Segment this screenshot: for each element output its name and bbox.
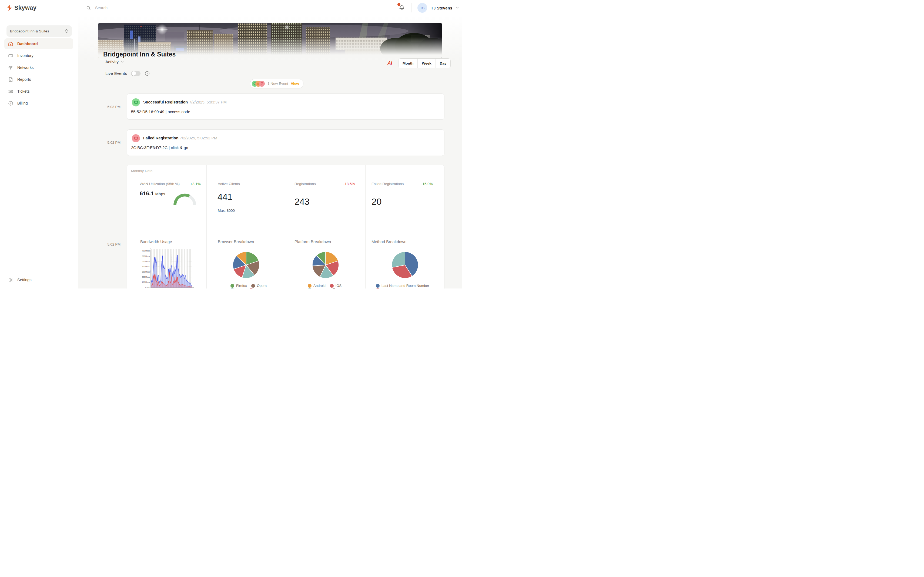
method-legend-row2: Click and Go: [376, 288, 402, 288]
legend-item: Opera: [251, 284, 267, 288]
legend-item: IOS: [330, 284, 342, 288]
event-card-failure[interactable]: Failed Registration7/2/2025, 5:02:52 PM …: [127, 129, 444, 156]
tab-month[interactable]: Month: [398, 59, 418, 68]
platform-legend-row2: Windows Linux: [308, 288, 346, 288]
column-divider: [286, 165, 286, 288]
svg-text:600 Mbps: 600 Mbps: [142, 255, 150, 258]
column-divider: [206, 165, 207, 288]
event-card-success[interactable]: Successful Registration7/2/2025, 5:03:37…: [127, 93, 444, 120]
sidebar-item-settings[interactable]: Settings: [0, 274, 78, 285]
app-logo: Skyway: [6, 4, 37, 11]
live-events-toggle[interactable]: [131, 71, 140, 76]
page-title: Bridgepoint Inn & Suites: [103, 51, 176, 58]
svg-text:100 Mbps: 100 Mbps: [142, 281, 150, 284]
chart-title: Bandwidth Usage: [140, 239, 172, 244]
sidebar-item-tickets[interactable]: Tickets: [4, 86, 73, 97]
tab-day[interactable]: Day: [435, 59, 451, 68]
svg-text:200 Mbps: 200 Mbps: [142, 276, 150, 278]
timeline-time: 5:03 PM: [104, 105, 121, 109]
svg-text:5: 5: [150, 288, 151, 288]
stat-value: 616.1Mbps: [140, 190, 165, 197]
settings-label: Settings: [17, 278, 31, 282]
legend-dot: [330, 284, 334, 288]
live-events-row: Live Events ?: [105, 71, 150, 76]
stat-value: 20: [371, 197, 382, 207]
hero-banner: Bridgepoint Inn & Suites: [98, 23, 442, 58]
svg-text:7: 7: [154, 288, 155, 288]
monitor-icon: [132, 134, 140, 142]
timeline-line: [114, 111, 114, 139]
search-input[interactable]: [95, 5, 182, 10]
legend-dot: [376, 288, 380, 289]
live-events-label: Live Events: [105, 71, 127, 76]
sidebar-item-billing[interactable]: $ Billing: [4, 98, 73, 109]
browser-breakdown-pie: [232, 251, 260, 279]
legend-dot: [231, 288, 234, 289]
event-type-icons: [252, 81, 265, 87]
sidebar-item-label: Inventory: [17, 53, 34, 58]
legend-dot: [376, 284, 380, 288]
notification-badge-dot: [397, 3, 400, 6]
sidebar-item-inventory[interactable]: Inventory: [4, 50, 73, 61]
sidebar-item-label: Networks: [17, 65, 34, 70]
app-name: Skyway: [15, 4, 37, 11]
property-selector[interactable]: Bridgepoint Inn & Suites: [6, 26, 72, 37]
stat-value: 243: [295, 197, 310, 207]
sidebar-item-networks[interactable]: Networks: [4, 62, 73, 73]
chart-title: Method Breakdown: [371, 239, 406, 244]
legend-dot: [308, 284, 311, 288]
legend-item: Android: [308, 284, 326, 288]
view-link[interactable]: View: [291, 82, 299, 85]
legend-dot: [332, 288, 336, 289]
svg-text:23: 23: [184, 288, 185, 288]
range-toggle: Month Week Day: [398, 58, 451, 68]
stat-label: WAN Utilization (95th %): [140, 182, 180, 186]
home-icon: [8, 41, 13, 47]
notifications-button[interactable]: [398, 4, 405, 11]
monthly-data-card: Monthly Data WAN Utilization (95th %) +3…: [127, 165, 444, 288]
event-title: Successful Registration: [143, 100, 188, 104]
ai-icon[interactable]: Ai: [387, 61, 392, 66]
legend-item: Last Name and Room Number: [376, 284, 429, 288]
help-icon[interactable]: ?: [145, 71, 150, 76]
gear-icon: [8, 277, 13, 283]
svg-text:300 Mbps: 300 Mbps: [142, 271, 150, 273]
chart-title: Browser Breakdown: [218, 239, 254, 244]
svg-text:9: 9: [158, 288, 159, 288]
sidebar-item-reports[interactable]: Reports: [4, 74, 73, 85]
svg-text:13: 13: [165, 288, 167, 288]
app-root: Skyway Bridgepoint Inn & Suites Dashboar…: [0, 0, 462, 288]
chevron-down-icon: [121, 60, 124, 63]
platform-breakdown-pie: [311, 251, 340, 279]
event-detail: 2C:BC:3F:E3:D7:2C | click & go: [131, 145, 188, 150]
tab-week[interactable]: Week: [418, 59, 435, 68]
method-breakdown-pie: [391, 251, 419, 279]
activity-dropdown[interactable]: Activity: [105, 60, 124, 64]
legend-dot: [308, 288, 311, 289]
svg-text:17: 17: [173, 288, 174, 288]
document-icon: [8, 77, 13, 82]
new-event-banner[interactable]: 1 New Event View: [250, 79, 303, 88]
chevron-down-icon[interactable]: [455, 6, 459, 10]
legend-item: Windows: [308, 288, 328, 288]
search-bar: [86, 0, 182, 16]
column-divider: [365, 165, 366, 288]
sidebar-item-dashboard[interactable]: Dashboard: [4, 39, 73, 49]
monitor-icon: [132, 98, 140, 106]
platform-legend-row1: Android IOS: [308, 284, 342, 288]
svg-text:?: ?: [147, 72, 148, 75]
sidebar-item-label: Reports: [17, 77, 31, 82]
legend-item: Firefox: [231, 284, 247, 288]
toggle-knob: [132, 71, 136, 76]
bandwidth-usage-chart: 700 Mbps600 Mbps500 Mbps400 Mbps300 Mbps…: [135, 248, 195, 288]
avatar[interactable]: TS: [418, 3, 427, 13]
svg-text:0 bps: 0 bps: [145, 287, 150, 288]
drive-icon: [8, 53, 13, 59]
wifi-icon: [8, 65, 13, 71]
sidebar-item-label: Tickets: [17, 89, 29, 93]
sidebar-nav: Dashboard Inventory Networks Reports: [0, 38, 78, 110]
legend-dot: [249, 288, 253, 289]
event-detail: 55:52:D5:16:99:49 | access code: [131, 110, 190, 114]
event-timestamp: 7/2/2025, 5:03:37 PM: [189, 100, 227, 104]
user-name[interactable]: TJ Stevens: [431, 6, 452, 10]
